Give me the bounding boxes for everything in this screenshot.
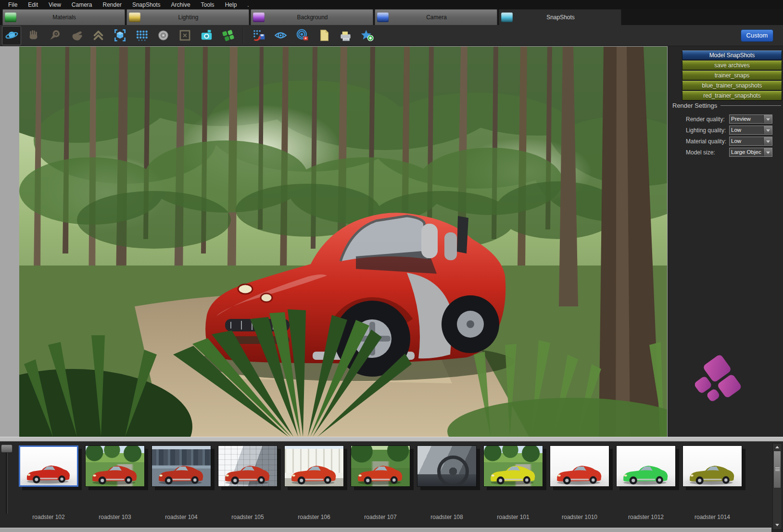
dropdown-arrow-icon[interactable]	[763, 126, 772, 134]
field-label: Lighting quality:	[686, 127, 729, 134]
print-icon[interactable]	[336, 26, 355, 45]
green-tiles-icon[interactable]	[218, 26, 238, 45]
lighting-cube-icon	[129, 13, 140, 22]
frame-icon	[175, 26, 194, 45]
snapshot-label: roadster 1014	[682, 514, 742, 520]
menu-item-view[interactable]: View	[43, 0, 66, 9]
snapshot-thumbnail[interactable]	[85, 445, 145, 487]
menu-item-snapshots[interactable]: SnapShots	[127, 0, 166, 9]
new-document-icon[interactable]	[314, 26, 333, 45]
tab-label: Lighting	[140, 14, 249, 21]
thumbnail-scene-studio	[20, 447, 77, 485]
application-window: FileEditViewCameraRenderSnapShotsArchive…	[0, 0, 783, 532]
car-thumbnail-graphic	[487, 460, 539, 485]
car-thumbnail-graphic	[222, 460, 273, 485]
group-divider	[720, 105, 781, 106]
snapshot-thumbnail[interactable]	[351, 445, 410, 487]
set-button-model-snapshots[interactable]: Model SnapShots	[682, 51, 782, 60]
tab-label: SnapShots	[513, 14, 621, 21]
field-label: Material quality:	[686, 138, 729, 145]
snapshot-label: roadster 102	[19, 514, 78, 520]
set-button-blue-trainer-snapshots[interactable]: blue_trainer_snapshots	[682, 81, 782, 90]
snapshot-label: roadster 101	[483, 514, 543, 520]
tab-lighting[interactable]: Lighting	[126, 9, 249, 25]
snapshot-thumbnail[interactable]	[218, 445, 278, 487]
car-thumbnail-graphic	[686, 460, 738, 485]
tab-snapshots[interactable]: SnapShots	[499, 9, 621, 25]
show-eye-icon[interactable]	[271, 26, 290, 45]
thumbnail-scene-interior	[417, 446, 476, 486]
dropdown-arrow-icon[interactable]	[763, 148, 772, 156]
car-thumbnail-graphic	[554, 460, 605, 485]
menu-item-render[interactable]: Render	[98, 0, 127, 9]
menu-item-file[interactable]: File	[3, 0, 23, 9]
snapshot-label: roadster 1010	[550, 514, 609, 520]
save-grid-icon[interactable]	[249, 26, 268, 45]
scroll-down-icon[interactable]	[773, 522, 782, 529]
disc-icon[interactable]	[153, 26, 173, 45]
menu-bar: FileEditViewCameraRenderSnapShotsArchive…	[0, 0, 783, 9]
dropdown-value: Low	[730, 137, 763, 145]
snapshot-label: roadster 1012	[616, 514, 676, 520]
snapshot-camera-icon[interactable]	[197, 26, 216, 45]
horizontal-splitter[interactable]	[0, 437, 783, 442]
tab-camera[interactable]: Camera	[375, 9, 497, 25]
render-settings-fields: Render quality:PreviewLighting quality:L…	[672, 115, 781, 156]
look-around-icon	[45, 26, 64, 45]
dropdown-render-quality[interactable]: Preview	[729, 114, 772, 124]
grab-icon	[67, 26, 86, 45]
snapshot-thumbnail[interactable]	[483, 445, 543, 487]
render-rings-icon[interactable]	[292, 26, 312, 45]
orbit-icon[interactable]	[2, 26, 21, 45]
car-thumbnail-graphic	[89, 460, 140, 485]
thumbnail-scene-building	[285, 446, 343, 486]
menu-item-archive[interactable]: Archive	[166, 0, 196, 9]
field-label: Model size:	[686, 149, 729, 156]
field-label: Render quality:	[686, 116, 729, 123]
snapshot-item: roadster 1010	[550, 445, 616, 520]
snapshot-thumbnail[interactable]	[616, 445, 676, 487]
strip-vertical-scrollbar[interactable]	[772, 443, 782, 530]
render-setting-row: Model size:Large Objec	[672, 148, 781, 156]
dropdown-material-quality[interactable]: Low	[729, 137, 772, 146]
menu-item-tools[interactable]: Tools	[196, 0, 220, 9]
snapshot-thumbnail[interactable]	[152, 445, 211, 487]
snapshot-thumbnail[interactable]	[417, 445, 477, 487]
thumbnail-size-slider-handle[interactable]	[1, 444, 13, 453]
menu-item-dot[interactable]: .	[242, 0, 254, 9]
thumbnail-scene-hangar	[218, 446, 277, 486]
walk-up-icon	[88, 26, 108, 45]
strip-horizontal-scrollbar[interactable]	[0, 528, 771, 532]
tab-materials[interactable]: Materials	[2, 9, 125, 25]
custom-button[interactable]: Custom	[741, 29, 773, 42]
dots-grid-icon[interactable]	[132, 26, 151, 45]
menu-item-camera[interactable]: Camera	[66, 0, 98, 9]
dropdown-model-size[interactable]: Large Objec	[729, 148, 772, 157]
snapshot-thumbnail[interactable]	[19, 445, 78, 487]
snapshot-label: roadster 105	[218, 514, 278, 520]
snapshot-thumbnail[interactable]	[682, 445, 742, 487]
dropdown-arrow-icon[interactable]	[763, 137, 772, 145]
tab-background[interactable]: Background	[251, 9, 373, 25]
render-viewport[interactable]	[19, 47, 667, 437]
menu-item-help[interactable]: Help	[220, 0, 242, 9]
tab-label: Materials	[16, 14, 125, 21]
dropdown-arrow-icon[interactable]	[763, 115, 772, 123]
dropdown-lighting-quality[interactable]: Low	[729, 126, 772, 135]
snapshots-cube-icon	[501, 13, 513, 22]
set-button-save-archives[interactable]: save archives	[682, 61, 782, 70]
scroll-up-icon[interactable]	[773, 443, 782, 450]
snapshot-item: roadster 105	[218, 445, 284, 520]
snapshot-item: roadster 103	[85, 445, 152, 520]
scrollbar-thumb[interactable]	[773, 451, 781, 488]
thumbnail-size-slider-track[interactable]	[6, 445, 8, 514]
set-button-red-trainer-snapshots[interactable]: red_trainer_snapshots	[682, 91, 782, 101]
set-button-trainer-snaps[interactable]: trainer_snaps	[682, 71, 782, 80]
star-add-icon[interactable]	[357, 26, 377, 45]
menu-item-edit[interactable]: Edit	[23, 0, 43, 9]
snapshot-thumbnail[interactable]	[550, 445, 609, 487]
zoom-fit-icon[interactable]	[110, 26, 129, 45]
snapshot-thumbnail[interactable]	[284, 445, 344, 487]
snapshot-label: roadster 104	[152, 514, 211, 520]
materials-cube-icon	[5, 13, 16, 22]
